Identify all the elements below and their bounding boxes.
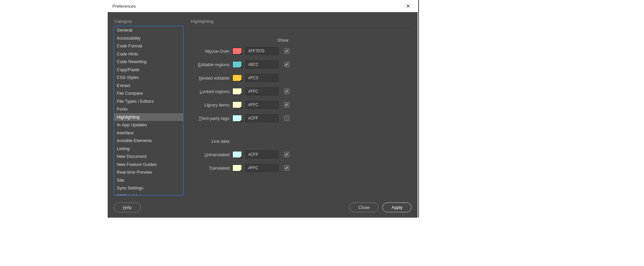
titlebar: Preferences ✕ <box>108 0 418 12</box>
hex-input[interactable] <box>245 114 279 122</box>
category-item[interactable]: Linting <box>114 145 183 153</box>
category-item[interactable]: Sync Settings <box>114 184 183 192</box>
color-swatch[interactable] <box>232 88 242 95</box>
highlight-row: Nested editable: <box>192 74 412 82</box>
hex-input[interactable] <box>245 101 279 109</box>
show-checkbox[interactable] <box>284 165 289 171</box>
row-label: Mouse-Over: <box>192 49 230 54</box>
category-item[interactable]: New Document <box>114 152 183 161</box>
show-checkbox[interactable] <box>284 116 289 121</box>
row-label: Third-party tags: <box>192 116 230 121</box>
category-item[interactable]: File Types / Editors <box>114 97 183 105</box>
show-checkbox[interactable] <box>284 89 289 94</box>
divider <box>190 28 412 28</box>
category-item[interactable]: CSS Styles <box>114 74 183 82</box>
category-item[interactable]: Code Rewriting <box>114 58 183 66</box>
apply-button[interactable]: Apply <box>382 203 412 212</box>
highlight-row: Library items: <box>192 100 412 109</box>
row-label: Editable regions: <box>192 62 230 67</box>
show-checkbox[interactable] <box>284 48 289 54</box>
dialog-title: Preferences <box>112 4 136 9</box>
highlight-row: Third-party tags: <box>192 114 412 123</box>
color-swatch[interactable] <box>232 61 242 68</box>
highlight-row: Mouse-Over: <box>192 47 412 55</box>
dialog-footer: Help Close Apply <box>114 196 412 212</box>
row-label: Locked regions: <box>192 89 230 94</box>
show-checkbox[interactable] <box>284 102 289 107</box>
live-data-label: Live data: <box>192 139 230 144</box>
color-swatch[interactable] <box>232 48 242 54</box>
color-swatch[interactable] <box>232 151 242 158</box>
show-checkbox[interactable] <box>284 152 289 157</box>
category-item[interactable]: File Compare <box>114 89 183 97</box>
category-list[interactable]: GeneralAccessibilityCode FormatCode Hint… <box>114 26 183 195</box>
category-header: Category <box>114 19 183 24</box>
highlight-row: Locked regions: <box>192 87 412 96</box>
row-label: Untranslated: <box>192 152 230 157</box>
category-item[interactable]: Interface <box>114 129 183 137</box>
show-column-header: Show <box>192 38 412 43</box>
category-item[interactable]: In-App Updates <box>114 121 183 129</box>
category-item[interactable]: Code Hints <box>114 50 183 58</box>
category-item[interactable]: Site <box>114 176 183 184</box>
close-button[interactable]: Close <box>349 203 378 212</box>
category-item[interactable]: Code Format <box>114 42 183 50</box>
category-item[interactable]: General <box>114 26 183 34</box>
row-label: Library items: <box>192 102 230 107</box>
color-swatch[interactable] <box>232 75 242 81</box>
hex-input[interactable] <box>245 74 279 82</box>
category-item[interactable]: Real-time Preview <box>114 168 183 176</box>
category-item[interactable]: Copy/Paste <box>114 66 183 74</box>
category-item[interactable]: W3C Validator <box>114 192 183 196</box>
color-swatch[interactable] <box>232 101 242 108</box>
category-item[interactable]: Highlighting <box>114 113 183 121</box>
category-item[interactable]: Invisible Elements <box>114 137 183 145</box>
show-checkbox[interactable] <box>284 62 289 67</box>
hex-input[interactable] <box>245 47 279 55</box>
category-item[interactable]: Extract <box>114 82 183 90</box>
help-button[interactable]: Help <box>114 203 141 212</box>
row-label: Translated: <box>192 166 230 171</box>
panel-title: Highlighting <box>190 19 412 24</box>
category-item[interactable]: Fonts <box>114 105 183 113</box>
close-icon[interactable]: ✕ <box>403 2 413 11</box>
category-item[interactable]: New Feature Guides <box>114 161 183 169</box>
highlight-row: Translated: <box>192 164 412 172</box>
category-item[interactable]: Accessibility <box>114 34 183 42</box>
hex-input[interactable] <box>245 87 279 95</box>
color-swatch[interactable] <box>232 165 242 171</box>
row-label: Nested editable: <box>192 76 230 81</box>
highlight-row: Untranslated: <box>192 150 412 159</box>
dialog-body: Category GeneralAccessibilityCode Format… <box>108 12 418 218</box>
color-swatch[interactable] <box>232 115 242 122</box>
window-edge <box>418 0 419 218</box>
hex-input[interactable] <box>245 60 279 69</box>
hex-input[interactable] <box>245 164 279 172</box>
highlight-row: Editable regions: <box>192 60 412 69</box>
hex-input[interactable] <box>245 150 279 159</box>
preferences-dialog: Preferences ✕ Category GeneralAccessibil… <box>108 0 418 218</box>
